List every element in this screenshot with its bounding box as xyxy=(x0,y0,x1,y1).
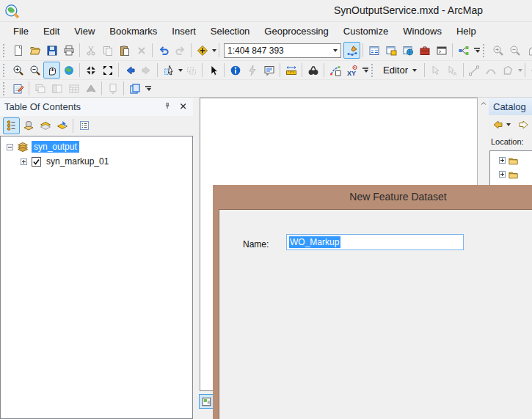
back-caret-icon[interactable] xyxy=(506,123,511,126)
tree-row-layer[interactable]: syn_markup_01 xyxy=(1,154,192,169)
select-elements-button[interactable] xyxy=(205,62,222,79)
find-button[interactable] xyxy=(305,62,321,79)
fixed-zoom-out-button[interactable] xyxy=(99,62,116,79)
layer-wedge-button[interactable] xyxy=(82,80,99,97)
add-data-button[interactable] xyxy=(194,42,211,59)
arctoolbox-button[interactable] xyxy=(416,42,433,59)
catalog-window-button[interactable] xyxy=(382,42,399,59)
menu-insert[interactable]: Insert xyxy=(164,23,203,39)
list-by-visibility-button[interactable] xyxy=(37,117,54,134)
list-by-selection-button[interactable] xyxy=(54,117,70,134)
menu-selection[interactable]: Selection xyxy=(203,23,257,39)
pan-button[interactable] xyxy=(43,62,60,79)
delete-button[interactable] xyxy=(133,42,150,59)
snapping-button[interactable] xyxy=(528,62,532,79)
full-extent-button[interactable] xyxy=(60,62,77,79)
toolbar-overflow-button[interactable] xyxy=(360,62,370,79)
go-to-xy-button[interactable]: XY xyxy=(343,62,360,79)
close-icon[interactable] xyxy=(179,102,189,112)
dropdown-caret-icon[interactable] xyxy=(412,69,417,72)
expand-icon[interactable] xyxy=(21,159,27,165)
data-view-toggle-button[interactable] xyxy=(199,394,214,409)
forward-extent-button[interactable] xyxy=(138,62,155,79)
layer-visibility-checkbox[interactable] xyxy=(32,157,41,167)
print-button[interactable] xyxy=(60,42,77,59)
menu-bookmarks[interactable]: Bookmarks xyxy=(102,23,164,39)
combo-dropdown-icon[interactable] xyxy=(329,44,340,57)
undo-button[interactable] xyxy=(155,42,172,59)
edit-markup-button[interactable] xyxy=(10,80,26,97)
window-cascade-button[interactable] xyxy=(32,80,48,97)
zoom-out-layout-button[interactable] xyxy=(506,42,523,59)
dropdown-caret-icon[interactable] xyxy=(333,49,338,52)
toc-options-button[interactable] xyxy=(76,117,92,134)
measure-button[interactable] xyxy=(283,62,299,79)
scroll-up-button[interactable] xyxy=(478,98,489,109)
save-button[interactable] xyxy=(43,42,60,59)
expand-icon[interactable] xyxy=(499,171,506,178)
html-popup-button[interactable] xyxy=(260,62,277,79)
dropdown-caret-icon[interactable] xyxy=(147,88,151,91)
name-input[interactable]: WO_Markup xyxy=(286,234,464,250)
dropdown-caret-icon[interactable] xyxy=(518,69,522,72)
edit-sketch-button[interactable] xyxy=(343,42,360,59)
python-window-button[interactable] xyxy=(433,42,450,59)
window-grid-button[interactable] xyxy=(65,80,82,97)
forward-arrow-icon[interactable] xyxy=(518,119,530,131)
list-by-source-button[interactable] xyxy=(20,117,37,134)
toolbar-grip[interactable] xyxy=(483,44,487,57)
new-document-button[interactable] xyxy=(10,42,26,59)
identify-button[interactable] xyxy=(227,62,244,79)
fixed-zoom-in-button[interactable] xyxy=(82,62,99,79)
window-panel-button[interactable] xyxy=(48,80,65,97)
back-arrow-icon[interactable] xyxy=(492,119,503,131)
list-by-drawing-order-button[interactable] xyxy=(3,117,20,134)
search-window-button[interactable] xyxy=(399,42,416,59)
zoom-out-button[interactable] xyxy=(26,62,43,79)
toolbar-overflow-button[interactable] xyxy=(472,43,481,59)
sketch-trace-button[interactable] xyxy=(500,62,517,79)
dropdown-caret-icon[interactable] xyxy=(364,70,368,73)
catalog-row-folder[interactable] xyxy=(490,153,532,167)
back-extent-button[interactable] xyxy=(121,62,138,79)
edit-tool-button[interactable] xyxy=(427,62,444,79)
copy-button[interactable] xyxy=(99,42,116,59)
find-route-button[interactable] xyxy=(327,62,343,79)
pan-layout-button[interactable] xyxy=(523,42,532,59)
expand-icon[interactable] xyxy=(499,157,506,164)
paste-button[interactable] xyxy=(116,42,133,59)
pin-icon[interactable] xyxy=(164,102,173,112)
toolbar-grip[interactable] xyxy=(3,82,7,95)
menu-file[interactable]: File xyxy=(6,23,36,39)
editor-menu-button[interactable]: Editor xyxy=(378,62,422,78)
toc-window-button[interactable] xyxy=(365,42,382,59)
zoom-in-button[interactable] xyxy=(10,62,26,79)
hyperlink-button[interactable] xyxy=(244,62,260,79)
tree-row-group[interactable]: syn_output xyxy=(1,139,192,154)
toolbar-grip[interactable] xyxy=(3,64,7,77)
arcmap-logo-icon[interactable] xyxy=(4,4,19,18)
collapse-icon[interactable] xyxy=(7,144,13,150)
cut-button[interactable] xyxy=(82,42,99,59)
layer-group-label[interactable]: syn_output xyxy=(32,141,79,153)
modelbuilder-button[interactable] xyxy=(455,42,472,59)
menu-edit[interactable]: Edit xyxy=(36,23,67,39)
clear-selection-button[interactable] xyxy=(183,62,200,79)
layer-label[interactable]: syn_markup_01 xyxy=(44,156,111,167)
catalog-row-folder[interactable] xyxy=(490,167,532,181)
toolbar-overflow-button[interactable] xyxy=(143,81,153,97)
sketch-line-button[interactable] xyxy=(466,62,483,79)
menu-windows[interactable]: Windows xyxy=(396,23,449,39)
sketch-arc-button[interactable] xyxy=(483,62,500,79)
toolbar-grip[interactable] xyxy=(371,64,375,77)
redo-button[interactable] xyxy=(172,42,189,59)
select-features-button[interactable] xyxy=(160,62,177,79)
menu-geoprocessing[interactable]: Geoprocessing xyxy=(257,23,335,39)
toolbar-grip[interactable] xyxy=(3,44,7,57)
dropdown-caret-icon[interactable] xyxy=(212,49,216,52)
edit-annotation-button[interactable]: A xyxy=(444,62,461,79)
copy-pages-button[interactable] xyxy=(126,80,143,97)
dropdown-caret-icon[interactable] xyxy=(475,50,480,53)
page-export-button[interactable] xyxy=(104,80,121,97)
menu-help[interactable]: Help xyxy=(449,23,484,39)
